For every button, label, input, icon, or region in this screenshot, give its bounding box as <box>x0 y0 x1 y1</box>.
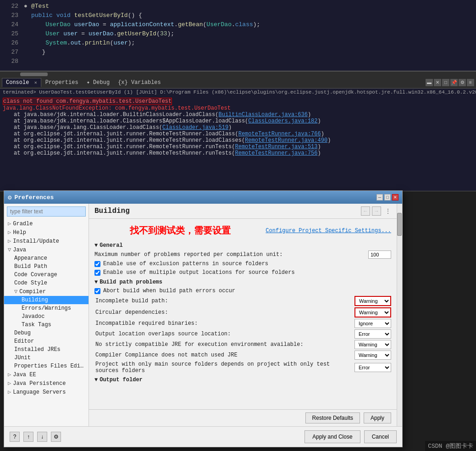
sidebar-item-javapersistence[interactable]: ▷Java Persistence <box>4 379 89 388</box>
footer-left: ? ↑ ↓ ⚙ <box>10 432 61 442</box>
tab-console[interactable]: Console ✕ <box>2 78 41 87</box>
dialog-title: Preferences <box>14 194 54 201</box>
import-btn[interactable]: ↓ <box>37 432 47 442</box>
sidebar-item-gradle[interactable]: ▷Gradle <box>4 219 89 228</box>
code-line-24: 24 UserDao userDao = applicationContext.… <box>0 20 476 29</box>
sidebar-item-buildpath[interactable]: Build Path <box>4 262 89 271</box>
configure-link[interactable]: Configure Project Specific Settings... <box>266 228 391 234</box>
outputfolder-section-header: ▼ Output folder <box>94 377 391 383</box>
sidebar-item-help[interactable]: ▷Help <box>4 228 89 237</box>
sidebar-item-tasktags[interactable]: Task Tags <box>4 321 89 329</box>
scrollbar-thumb[interactable] <box>20 72 48 76</box>
dialog-close-btn[interactable]: ✕ <box>392 194 399 200</box>
circular-select[interactable]: Warning Error Ignore <box>354 307 391 317</box>
content-scrollbar[interactable] <box>397 204 402 426</box>
general-triangle[interactable]: ▼ <box>94 242 98 249</box>
dialog-titlebar: ⚙ Preferences ─ □ ✕ <box>4 191 402 204</box>
incompatible-select[interactable]: Ignore Warning Error <box>354 319 391 328</box>
stack-4: at org.eclipse.jdt.internal.junit.runner… <box>14 131 473 137</box>
stack-2: at java.base/jdk.internal.loader.ClassLo… <box>14 118 473 124</box>
nav-more-btn[interactable]: ⋮ <box>385 207 391 215</box>
restore-defaults-button[interactable]: Restore Defaults <box>305 412 360 423</box>
toolbar-minimize[interactable]: ▬ <box>426 79 433 86</box>
sidebar-item-building[interactable]: Building <box>4 296 89 304</box>
tab-properties[interactable]: Properties <box>41 78 83 87</box>
outputfolder-triangle[interactable]: ▼ <box>94 377 98 383</box>
compliance-select[interactable]: Warning Error Ignore <box>354 351 391 360</box>
console-area: Console ✕ Properties ✦ Debug {x} Variabl… <box>0 77 476 191</box>
output-checkbox[interactable] <box>94 270 100 276</box>
settings-btn[interactable]: ⚙ <box>51 432 61 442</box>
sidebar-item-javadoc[interactable]: Javadoc <box>4 312 89 321</box>
general-section-header: ▼ General <box>94 242 391 249</box>
dropdown-overlap: Output location overlaps source location… <box>94 329 391 339</box>
tab-variables[interactable]: {x} Variables <box>114 78 165 87</box>
sidebar-item-java[interactable]: ▽Java <box>4 245 89 254</box>
stack-6: at org.eclipse.jdt.internal.junit.runner… <box>14 144 473 150</box>
toolbar-more1[interactable]: ⚙ <box>459 79 466 86</box>
sidebar-item-errorwarnings[interactable]: Errors/Warnings <box>4 304 89 312</box>
nav-forward-btn[interactable]: → <box>372 206 381 216</box>
help-icon-btn[interactable]: ? <box>10 432 20 442</box>
cancel-button[interactable]: Cancel <box>364 430 397 443</box>
annotation-row: 找不到测试类，需要设置 Configure Project Specific S… <box>94 223 391 239</box>
dialog-restore-btn[interactable]: □ <box>384 194 391 200</box>
checkbox-output: Enable use of multiple output locations … <box>94 269 391 276</box>
console-tabs: Console ✕ Properties ✦ Debug {x} Variabl… <box>0 77 476 89</box>
content-title: Building <box>94 207 130 215</box>
nav-tree: ▷Gradle ▷Help ▷Install/Update ▽Java Appe… <box>4 219 89 426</box>
sidebar-item-codestyle[interactable]: Code Style <box>4 279 89 287</box>
sidebar-item-javaee[interactable]: ▷Java EE <box>4 370 89 379</box>
console-header: terminated> UserDaoTest.testGetUserById … <box>0 89 476 96</box>
sidebar-item-propfiles[interactable]: Properties Files Edi... <box>4 362 89 370</box>
code-line-23: 23 public void testGetUserById() { <box>0 11 476 20</box>
dropdown-testfolders: Project with only main source folders de… <box>94 361 391 374</box>
sidebar-item-debug[interactable]: Debug <box>4 329 89 337</box>
stack-1: at java.base/jdk.internal.loader.Builtin… <box>14 111 473 118</box>
preferences-dialog: ⚙ Preferences ─ □ ✕ ▷Gradle ▷Help ▷Insta… <box>4 190 403 447</box>
incomplete-select[interactable]: Warning Error Ignore <box>354 296 391 306</box>
scrollbar-thumb[interactable] <box>397 213 402 236</box>
apply-close-button[interactable]: Apply and Close <box>304 430 360 443</box>
nav-buttons: ← → ⋮ <box>361 206 391 216</box>
overlap-select[interactable]: Error Warning Ignore <box>354 329 391 339</box>
toolbar-maximize[interactable]: □ <box>442 79 449 86</box>
sidebar-item-junit[interactable]: JUnit <box>4 354 89 362</box>
tab-debug[interactable]: ✦ Debug <box>83 78 114 87</box>
checkbox-exclusion: Enable use of exclusion patterns in sour… <box>94 260 391 267</box>
compliance-label: Compiler Compliance does not match used … <box>94 352 354 358</box>
stack-3: at java.base/java.lang.ClassLoader.loadC… <box>14 124 473 131</box>
tab-console-close[interactable]: ✕ <box>34 80 37 85</box>
dialog-minimize-btn[interactable]: ─ <box>376 194 383 200</box>
buildpath-triangle[interactable]: ▼ <box>94 279 98 285</box>
export-btn[interactable]: ↑ <box>23 432 33 442</box>
sidebar-item-editor[interactable]: Editor <box>4 337 89 345</box>
stack-5: at org.eclipse.jdt.internal.junit.runner… <box>14 137 473 144</box>
sidebar-item-appearance[interactable]: Appearance <box>4 254 89 262</box>
jre-select[interactable]: Warning Error Ignore <box>354 340 391 349</box>
toolbar-pin[interactable]: 📌 <box>450 79 458 86</box>
overlap-label: Output location overlaps source location… <box>94 331 354 337</box>
classnotfound-exception: java.lang.ClassNotFoundException: com.fe… <box>3 105 473 111</box>
buildpath-section-header: ▼ Build path problems <box>94 279 391 285</box>
apply-inner-button[interactable]: Apply <box>364 412 391 423</box>
max-problems-input[interactable] <box>368 251 391 259</box>
exclusion-checkbox[interactable] <box>94 261 100 267</box>
prefs-icon: ⚙ <box>8 194 11 201</box>
incompatible-label: Incompatible required binaries: <box>94 320 354 327</box>
abort-build-checkbox[interactable] <box>94 288 100 294</box>
sidebar-item-langservers[interactable]: ▷Language Servers <box>4 388 89 396</box>
dropdown-incompatible: Incompatible required binaries: Ignore W… <box>94 319 391 328</box>
sidebar-item-codecoverage[interactable]: Code Coverage <box>4 271 89 279</box>
nav-filter-input[interactable] <box>7 206 86 217</box>
nav-back-btn[interactable]: ← <box>361 206 370 216</box>
footer-right: Apply and Close Cancel <box>304 430 397 443</box>
editor-scrollbar[interactable] <box>0 71 476 77</box>
toolbar-more2[interactable]: ≡ <box>467 79 474 86</box>
sidebar-item-compiler[interactable]: ▽Compiler <box>4 287 89 296</box>
toolbar-close[interactable]: ✕ <box>434 79 441 86</box>
dropdown-compliance: Compiler Compliance does not match used … <box>94 351 391 360</box>
sidebar-item-installedjres[interactable]: Installed JREs <box>4 345 89 354</box>
testfolders-select[interactable]: Error Warning Ignore <box>354 363 391 372</box>
sidebar-item-install[interactable]: ▷Install/Update <box>4 237 89 245</box>
